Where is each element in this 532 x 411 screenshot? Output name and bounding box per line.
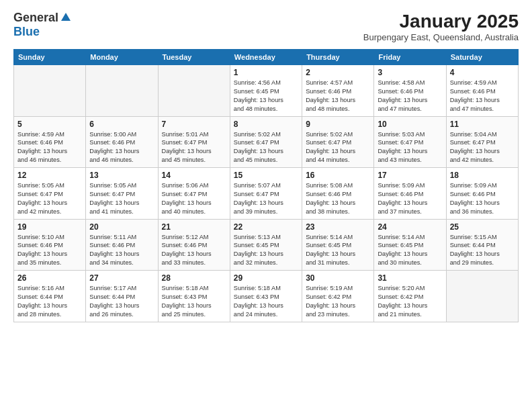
title-block: January 2025 Burpengary East, Queensland… (363, 11, 519, 42)
calendar-cell: 26Sunrise: 5:16 AM Sunset: 6:44 PM Dayli… (14, 271, 86, 322)
day-info: Sunrise: 5:09 AM Sunset: 6:46 PM Dayligh… (450, 181, 515, 216)
calendar-cell (158, 65, 230, 117)
day-info: Sunrise: 5:14 AM Sunset: 6:45 PM Dayligh… (306, 233, 370, 268)
day-info: Sunrise: 5:14 AM Sunset: 6:45 PM Dayligh… (378, 233, 442, 268)
day-number: 14 (162, 171, 226, 180)
calendar-week-1: 1Sunrise: 4:56 AM Sunset: 6:45 PM Daylig… (14, 65, 519, 117)
header: General Blue January 2025 Burpengary Eas… (13, 11, 519, 42)
day-number: 6 (89, 120, 154, 129)
header-friday: Friday (374, 50, 446, 65)
day-info: Sunrise: 5:12 AM Sunset: 6:46 PM Dayligh… (162, 233, 226, 268)
calendar-cell: 19Sunrise: 5:10 AM Sunset: 6:46 PM Dayli… (14, 219, 86, 271)
day-info: Sunrise: 5:02 AM Sunset: 6:47 PM Dayligh… (234, 130, 298, 165)
calendar-cell: 23Sunrise: 5:14 AM Sunset: 6:45 PM Dayli… (302, 219, 374, 271)
day-number: 10 (378, 120, 442, 129)
calendar-cell: 7Sunrise: 5:01 AM Sunset: 6:47 PM Daylig… (158, 116, 230, 168)
calendar-cell: 16Sunrise: 5:08 AM Sunset: 6:46 PM Dayli… (302, 168, 374, 220)
day-info: Sunrise: 5:15 AM Sunset: 6:44 PM Dayligh… (450, 233, 515, 268)
day-number: 21 (162, 222, 226, 232)
calendar-week-2: 5Sunrise: 4:59 AM Sunset: 6:46 PM Daylig… (14, 116, 519, 168)
day-number: 19 (17, 222, 82, 232)
day-number: 31 (378, 273, 442, 283)
logo-blue-text: Blue (13, 25, 40, 39)
header-tuesday: Tuesday (158, 50, 230, 65)
day-info: Sunrise: 5:05 AM Sunset: 6:47 PM Dayligh… (89, 181, 154, 216)
logo-general-text: General (13, 11, 58, 25)
header-sunday: Sunday (14, 50, 86, 65)
day-number: 7 (162, 120, 226, 129)
calendar-cell: 15Sunrise: 5:07 AM Sunset: 6:47 PM Dayli… (230, 168, 302, 220)
svg-marker-0 (61, 13, 71, 21)
day-number: 3 (378, 68, 442, 77)
day-info: Sunrise: 5:02 AM Sunset: 6:47 PM Dayligh… (306, 130, 370, 165)
day-info: Sunrise: 4:57 AM Sunset: 6:46 PM Dayligh… (306, 79, 370, 113)
day-info: Sunrise: 5:20 AM Sunset: 6:42 PM Dayligh… (378, 284, 442, 319)
day-info: Sunrise: 5:09 AM Sunset: 6:46 PM Dayligh… (378, 181, 442, 216)
day-info: Sunrise: 5:11 AM Sunset: 6:46 PM Dayligh… (89, 233, 154, 268)
day-info: Sunrise: 4:59 AM Sunset: 6:46 PM Dayligh… (17, 130, 82, 165)
calendar-cell: 22Sunrise: 5:13 AM Sunset: 6:45 PM Dayli… (230, 219, 302, 271)
calendar-cell (14, 65, 86, 117)
calendar-header-row: Sunday Monday Tuesday Wednesday Thursday… (14, 50, 519, 65)
day-number: 25 (450, 222, 515, 232)
day-info: Sunrise: 5:10 AM Sunset: 6:46 PM Dayligh… (17, 233, 82, 268)
day-number: 1 (234, 68, 298, 77)
day-number: 12 (17, 171, 82, 180)
location: Burpengary East, Queensland, Australia (363, 32, 519, 42)
calendar-cell: 6Sunrise: 5:00 AM Sunset: 6:46 PM Daylig… (86, 116, 158, 168)
calendar-cell: 8Sunrise: 5:02 AM Sunset: 6:47 PM Daylig… (230, 116, 302, 168)
calendar-cell (446, 271, 518, 322)
day-number: 17 (378, 171, 442, 180)
day-info: Sunrise: 5:05 AM Sunset: 6:47 PM Dayligh… (17, 181, 82, 216)
day-info: Sunrise: 5:03 AM Sunset: 6:47 PM Dayligh… (378, 130, 442, 165)
calendar-week-4: 19Sunrise: 5:10 AM Sunset: 6:46 PM Dayli… (14, 219, 519, 271)
logo-icon (60, 11, 72, 24)
day-number: 24 (378, 222, 442, 232)
calendar-cell: 17Sunrise: 5:09 AM Sunset: 6:46 PM Dayli… (374, 168, 446, 220)
calendar-cell: 12Sunrise: 5:05 AM Sunset: 6:47 PM Dayli… (14, 168, 86, 220)
day-info: Sunrise: 5:07 AM Sunset: 6:47 PM Dayligh… (234, 181, 298, 216)
calendar-cell (86, 65, 158, 117)
day-number: 23 (306, 222, 370, 232)
day-number: 29 (234, 273, 298, 283)
day-number: 5 (17, 120, 82, 129)
day-number: 13 (89, 171, 154, 180)
day-info: Sunrise: 5:08 AM Sunset: 6:46 PM Dayligh… (306, 181, 370, 216)
calendar-cell: 20Sunrise: 5:11 AM Sunset: 6:46 PM Dayli… (86, 219, 158, 271)
calendar-cell: 31Sunrise: 5:20 AM Sunset: 6:42 PM Dayli… (374, 271, 446, 322)
day-info: Sunrise: 5:04 AM Sunset: 6:47 PM Dayligh… (450, 130, 515, 165)
day-info: Sunrise: 5:19 AM Sunset: 6:42 PM Dayligh… (306, 284, 370, 319)
calendar-cell: 13Sunrise: 5:05 AM Sunset: 6:47 PM Dayli… (86, 168, 158, 220)
calendar-cell: 27Sunrise: 5:17 AM Sunset: 6:44 PM Dayli… (86, 271, 158, 322)
day-number: 9 (306, 120, 370, 129)
day-info: Sunrise: 5:18 AM Sunset: 6:43 PM Dayligh… (234, 284, 298, 319)
day-info: Sunrise: 5:06 AM Sunset: 6:47 PM Dayligh… (162, 181, 226, 216)
header-wednesday: Wednesday (230, 50, 302, 65)
day-number: 27 (89, 273, 154, 283)
day-info: Sunrise: 5:18 AM Sunset: 6:43 PM Dayligh… (162, 284, 226, 319)
day-info: Sunrise: 5:01 AM Sunset: 6:47 PM Dayligh… (162, 130, 226, 165)
day-info: Sunrise: 5:13 AM Sunset: 6:45 PM Dayligh… (234, 233, 298, 268)
header-thursday: Thursday (302, 50, 374, 65)
header-monday: Monday (86, 50, 158, 65)
month-title: January 2025 (363, 11, 519, 32)
calendar-cell: 10Sunrise: 5:03 AM Sunset: 6:47 PM Dayli… (374, 116, 446, 168)
calendar-cell: 18Sunrise: 5:09 AM Sunset: 6:46 PM Dayli… (446, 168, 518, 220)
calendar-cell: 24Sunrise: 5:14 AM Sunset: 6:45 PM Dayli… (374, 219, 446, 271)
day-number: 11 (450, 120, 515, 129)
calendar-cell: 21Sunrise: 5:12 AM Sunset: 6:46 PM Dayli… (158, 219, 230, 271)
calendar-week-5: 26Sunrise: 5:16 AM Sunset: 6:44 PM Dayli… (14, 271, 519, 322)
calendar-cell: 29Sunrise: 5:18 AM Sunset: 6:43 PM Dayli… (230, 271, 302, 322)
day-info: Sunrise: 4:56 AM Sunset: 6:45 PM Dayligh… (234, 79, 298, 113)
logo: General Blue (13, 11, 72, 39)
day-number: 18 (450, 171, 515, 180)
calendar-cell: 14Sunrise: 5:06 AM Sunset: 6:47 PM Dayli… (158, 168, 230, 220)
day-number: 20 (89, 222, 154, 232)
day-number: 26 (17, 273, 82, 283)
day-number: 30 (306, 273, 370, 283)
calendar-cell: 1Sunrise: 4:56 AM Sunset: 6:45 PM Daylig… (230, 65, 302, 117)
calendar-cell: 28Sunrise: 5:18 AM Sunset: 6:43 PM Dayli… (158, 271, 230, 322)
header-saturday: Saturday (446, 50, 518, 65)
calendar-cell: 25Sunrise: 5:15 AM Sunset: 6:44 PM Dayli… (446, 219, 518, 271)
day-number: 8 (234, 120, 298, 129)
